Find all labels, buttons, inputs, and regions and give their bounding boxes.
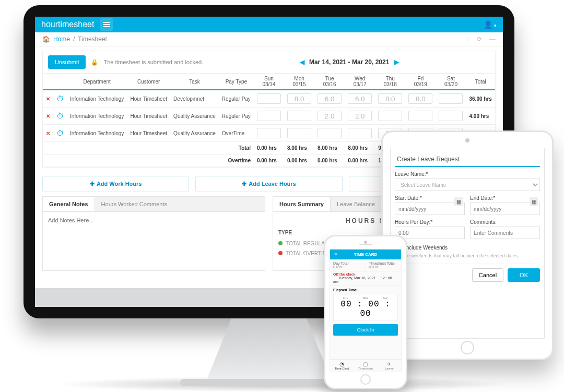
tab-hours-worked-comments[interactable]: Hours Worked Comments: [95, 197, 173, 211]
phone-menu-icon[interactable]: ≡: [333, 252, 339, 257]
add-leave-hours-button[interactable]: ✚Add Leave Hours: [195, 176, 342, 192]
hours-cell[interactable]: [439, 111, 463, 121]
green-dot-icon: [278, 241, 283, 245]
hours-cell[interactable]: [378, 111, 402, 121]
plane-icon: ✈: [378, 361, 401, 367]
hours-per-day-label: Hours Per Day:*: [395, 219, 465, 225]
clock-icon: ◔: [330, 361, 354, 367]
home-icon: 🏠: [42, 35, 50, 43]
hours-cell[interactable]: [348, 111, 372, 121]
phone-bottom-nav: ◔Time Card ▢Timesheet ✈Leave: [330, 359, 401, 372]
breadcrumb-current: Timesheet: [78, 35, 107, 43]
stopwatch-icon[interactable]: ⏱: [56, 112, 64, 120]
hours-cell[interactable]: [318, 128, 342, 138]
elapsed-time-label: Elapsed Time: [330, 286, 401, 294]
hours-cell[interactable]: [408, 93, 432, 104]
user-menu[interactable]: 👤▾: [484, 20, 497, 29]
breadcrumb-home[interactable]: Home: [53, 35, 70, 43]
clipboard-icon: ▢: [354, 361, 377, 367]
phone-title: TIME CARD: [339, 252, 392, 257]
phone-device: ≡ TIME CARD Day Total0.0 hr Timesheet To…: [324, 235, 407, 389]
clock-status: Off the clock: [330, 271, 401, 276]
app-topbar: hourtimesheet 👤▾: [35, 17, 503, 32]
table-row: ✕⏱Information TechnologyHour TimesheetQu…: [43, 108, 495, 125]
brand-logo: hourtimesheet: [41, 20, 94, 29]
lock-icon: 🔒: [91, 59, 98, 66]
modal-title: Create Leave Request: [395, 152, 540, 167]
plus-icon: ✚: [242, 181, 246, 187]
expand-icon[interactable]: ⁘: [465, 35, 469, 43]
plus-icon: ✚: [90, 181, 95, 187]
next-week-icon[interactable]: ▶: [391, 58, 402, 66]
refresh-icon[interactable]: ⟳: [477, 35, 482, 43]
calendar-icon[interactable]: ▦: [454, 197, 463, 206]
prev-week-icon[interactable]: ◀: [297, 58, 308, 66]
hours-cell[interactable]: [318, 111, 342, 121]
tab-general-notes[interactable]: General Notes: [43, 197, 95, 211]
hours-cell[interactable]: [348, 93, 372, 104]
timer-display: HrsMinSec 00 : 00 : 00: [333, 294, 398, 321]
unsubmit-button[interactable]: Unsubmit: [48, 55, 86, 69]
hours-cell[interactable]: [439, 93, 463, 104]
breadcrumb: 🏠 Home / Timesheet ⁘ ⟳ —: [35, 32, 503, 46]
minimize-icon[interactable]: —: [489, 35, 496, 43]
hours-cell[interactable]: [408, 111, 432, 121]
date-range: Mar 14, 2021 - Mar 20, 2021: [309, 58, 389, 66]
hours-cell[interactable]: [287, 128, 311, 138]
leave-name-label: Leave Name:*: [395, 171, 540, 177]
lock-message: The timesheet is submitted and locked.: [103, 59, 203, 65]
nav-timesheet[interactable]: ▢Timesheet: [354, 360, 377, 372]
hours-cell[interactable]: [348, 128, 372, 138]
hours-cell[interactable]: [257, 128, 281, 138]
hours-cell[interactable]: [287, 111, 311, 121]
hamburger-icon[interactable]: [100, 18, 113, 31]
clock-in-button[interactable]: Clock In: [333, 324, 398, 336]
hours-per-day-input[interactable]: [395, 227, 465, 239]
red-dot-icon: [278, 251, 283, 255]
include-weekends-label: Include Weekends: [405, 245, 448, 251]
include-weekends-note: Include weekends that may fall between t…: [395, 253, 540, 258]
notes-card: General Notes Hours Worked Comments: [42, 196, 265, 271]
hours-cell[interactable]: [378, 93, 402, 104]
leave-name-select[interactable]: Select Leave Name: [395, 179, 540, 191]
hours-cell[interactable]: [287, 93, 311, 104]
calendar-icon[interactable]: ▦: [530, 197, 538, 206]
hours-cell[interactable]: [318, 93, 342, 104]
nav-leave[interactable]: ✈Leave: [378, 360, 401, 372]
cancel-button[interactable]: Cancel: [472, 268, 503, 282]
tab-hours-summary[interactable]: Hours Summary: [273, 197, 331, 211]
add-work-hours-button[interactable]: ✚Add Work Hours: [42, 176, 189, 192]
hours-cell[interactable]: [257, 93, 281, 104]
comments-input[interactable]: [470, 227, 540, 239]
stopwatch-icon[interactable]: ⏱: [56, 94, 64, 103]
tablet-screen: Create Leave Request Leave Name:* Select…: [390, 148, 545, 339]
ok-button[interactable]: OK: [508, 268, 540, 282]
delete-row-icon[interactable]: ✕: [46, 96, 50, 102]
tablet-home-button[interactable]: [461, 341, 474, 354]
phone-screen: ≡ TIME CARD Day Total0.0 hr Timesheet To…: [330, 249, 402, 372]
delete-row-icon[interactable]: ✕: [46, 113, 50, 119]
table-row: ✕⏱Information TechnologyHour TimesheetDe…: [43, 90, 495, 108]
tab-leave-balance[interactable]: Leave Balance: [331, 197, 381, 211]
comments-label: Comments:: [470, 219, 540, 225]
delete-row-icon[interactable]: ✕: [46, 130, 50, 136]
stopwatch-icon[interactable]: ⏱: [56, 129, 64, 137]
nav-time-card[interactable]: ◔Time Card: [330, 360, 354, 372]
phone-home-button[interactable]: [360, 374, 371, 385]
hours-cell[interactable]: [257, 111, 281, 121]
notes-textarea[interactable]: [48, 217, 260, 264]
